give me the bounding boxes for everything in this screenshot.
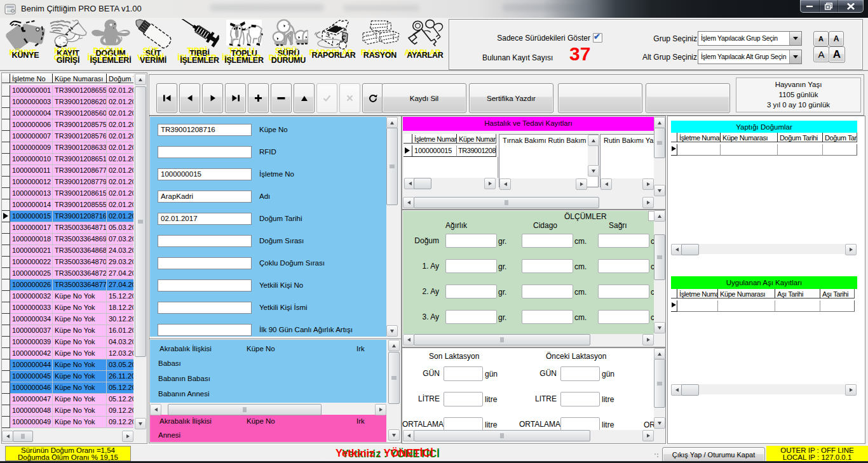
scroll-down-arrow[interactable] (386, 325, 398, 337)
scroll-up-arrow[interactable] (135, 74, 146, 85)
font-smaller-button[interactable]: A (813, 31, 829, 46)
scroll-thumb[interactable] (388, 352, 400, 404)
animal-row[interactable]: 1000000017TR3500336487105.03.20 (2, 222, 133, 234)
scroll-thumb[interactable] (654, 359, 665, 408)
lactation-input[interactable] (560, 366, 600, 381)
animal-row[interactable]: 1000000003TR3900120862002.01.20 (2, 97, 133, 108)
pedigree-hscroll[interactable] (150, 404, 386, 414)
births-grid-hscroll[interactable] (671, 244, 857, 254)
toolbar-item-milk-bottle[interactable]: SÜT VERİMİ (132, 19, 174, 69)
scroll-thumb[interactable] (414, 430, 590, 441)
scroll-right-arrow[interactable] (642, 334, 654, 346)
group-select[interactable]: İşlem Yapılacak Grup Seçin (698, 31, 802, 46)
animal-row[interactable]: 1000000034Küpe No Yok30.12.20 (2, 314, 133, 325)
health-memo1-hscroll[interactable] (499, 178, 587, 187)
lactation-input[interactable] (560, 392, 600, 406)
animal-row[interactable]: 1000000044Küpe No Yok03.05.20 (2, 359, 133, 371)
measure-input-cm1-1[interactable] (522, 234, 573, 248)
lactation-hscroll[interactable] (403, 430, 654, 441)
nav-edit-button[interactable] (294, 83, 315, 113)
col-header[interactable]: Doğum Tarihi (778, 133, 823, 142)
animal-row[interactable]: 1000000007TR3900120857602.01.20 (2, 131, 133, 142)
form-field-4[interactable]: ArapKadri (158, 191, 252, 203)
scroll-down-arrow[interactable] (588, 165, 599, 177)
scroll-down-arrow[interactable] (135, 418, 146, 429)
toolbar-item-syringe[interactable]: TIBBİ İŞLEMLER (179, 19, 220, 69)
nav-insert-button[interactable] (248, 83, 269, 113)
col-header[interactable]: Aşı Tarihi (820, 289, 855, 299)
animal-row[interactable]: 1000000049Küpe No Yok09.12.20 (2, 417, 133, 428)
logout-button[interactable]: Çıkış Yap / Oturumu Kapat (662, 447, 765, 462)
animal-row[interactable]: 1000000004TR3900120856002.01.20 (2, 108, 133, 119)
print-certificate-button[interactable]: Sertifika Yazdır (469, 83, 553, 113)
scroll-right-arrow[interactable] (375, 404, 386, 415)
animal-row[interactable]: 1000000015TR3900120871602.01.20 (2, 211, 133, 222)
scroll-thumb[interactable] (681, 244, 699, 255)
scroll-down-arrow[interactable] (654, 185, 665, 196)
lactation-input[interactable] (444, 392, 483, 406)
scroll-up-arrow[interactable] (388, 340, 400, 351)
scroll-down-arrow[interactable] (654, 322, 665, 333)
scroll-right-arrow[interactable] (642, 197, 654, 208)
restore-button[interactable] (820, 0, 839, 12)
scroll-right-arrow[interactable] (845, 384, 857, 396)
scroll-left-arrow[interactable] (403, 197, 414, 208)
action-button-empty-1[interactable] (558, 83, 642, 113)
scroll-left-arrow[interactable] (403, 334, 414, 346)
nav-prior-button[interactable] (179, 83, 200, 113)
lactation-vscroll[interactable] (654, 348, 665, 429)
animal-row[interactable]: 1000000011TR3900120867702.01.20 (2, 165, 133, 177)
animal-row[interactable]: 1000000009TR3900120863302.01.20 (2, 142, 133, 154)
animal-row[interactable]: 1000000045Küpe No Yok26.11.20 (2, 371, 133, 382)
scroll-thumb[interactable] (386, 128, 398, 205)
form-vscroll[interactable] (386, 117, 397, 337)
subgroup-select[interactable]: İşlem Yapılacak Alt Grup Seçin (698, 50, 802, 64)
form-field-7[interactable] (158, 257, 252, 269)
nav-last-button[interactable] (225, 83, 246, 113)
measure-input-gr-2[interactable] (445, 259, 497, 273)
animal-row[interactable]: 1000000018TR3500336486907.03.20 (2, 234, 133, 245)
measure-vscroll[interactable] (654, 210, 665, 333)
scroll-right-arrow[interactable] (122, 431, 133, 442)
scroll-thumb[interactable] (414, 334, 590, 346)
scroll-thumb[interactable] (654, 128, 665, 158)
measure-hscroll[interactable] (403, 334, 654, 345)
scroll-thumb[interactable] (13, 431, 33, 442)
form-field-5[interactable]: 02.01.2017 (158, 213, 252, 225)
scroll-up-arrow[interactable] (654, 348, 665, 359)
column-header-isletme-no[interactable]: İşletme No (10, 74, 53, 83)
measure-input-cm2-2[interactable] (598, 259, 649, 273)
form-field-2[interactable] (158, 146, 252, 158)
group-select-dropdown-icon[interactable] (789, 32, 801, 45)
nav-first-button[interactable] (156, 83, 177, 113)
form-field-6[interactable] (158, 235, 252, 247)
minimize-button[interactable] (801, 0, 820, 12)
scroll-right-arrow[interactable] (484, 178, 496, 189)
scroll-thumb[interactable] (681, 384, 699, 396)
health-memo2-hscroll[interactable] (600, 178, 654, 187)
measure-input-gr-1[interactable] (445, 234, 497, 248)
measure-input-cm1-2[interactable] (522, 259, 573, 273)
column-header-kupe-numarasi[interactable]: Küpe Numarası (53, 74, 107, 83)
health-grid-hscroll[interactable] (404, 178, 496, 187)
vaccines-grid-hscroll[interactable] (671, 384, 857, 394)
toolbar-item-printer[interactable]: RAPORLAR (311, 19, 356, 69)
animal-row[interactable]: 1000000010TR3900120865102.01.20 (2, 154, 133, 165)
scroll-thumb[interactable] (168, 404, 322, 415)
nav-refresh-button[interactable] (362, 83, 383, 113)
animal-row[interactable]: 1000000022TR3500336487029.03.20 (2, 257, 133, 268)
animal-row[interactable]: 1000000033Küpe No Yok18.12.20 (2, 302, 133, 314)
scroll-left-arrow[interactable] (600, 178, 612, 190)
health-panel-hscroll[interactable] (403, 197, 654, 208)
animal-row[interactable]: 1000000048Küpe No Yok09.12.20 (2, 405, 133, 417)
measure-input-gr-3[interactable] (445, 285, 497, 299)
form-field-8[interactable] (158, 279, 252, 292)
animal-row[interactable]: 1000000012TR3900120877902.01.20 (2, 177, 133, 188)
animal-grid-vscroll[interactable] (135, 74, 146, 429)
animal-grid-hscroll[interactable] (2, 431, 133, 441)
animal-row[interactable]: 1000000001TR3900120865502.01.20 (2, 85, 133, 97)
scroll-down-arrow[interactable] (654, 417, 665, 429)
scroll-left-arrow[interactable] (499, 178, 511, 190)
show-only-herd-checkbox[interactable]: ✔ (593, 33, 602, 43)
toolbar-item-sheep-flock[interactable]: SÜRÜ DURUMU (268, 19, 309, 69)
